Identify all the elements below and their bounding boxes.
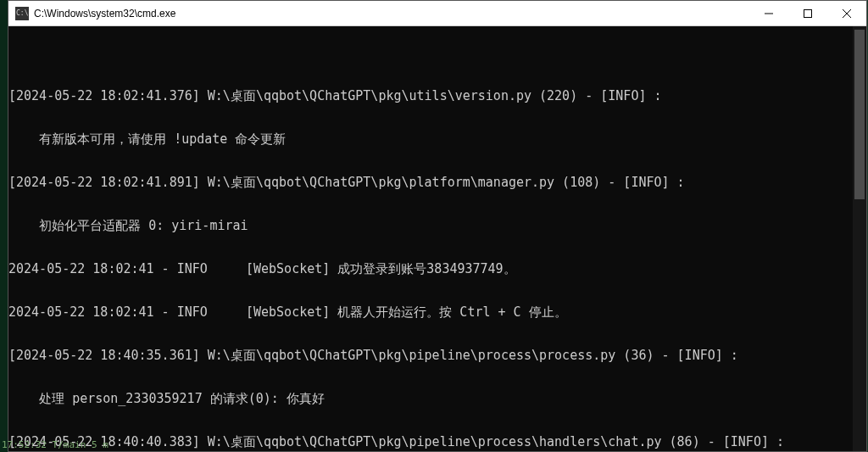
minimize-button[interactable] bbox=[749, 1, 788, 25]
terminal-line: 处理 person_2330359217 的请求(0): 你真好 bbox=[8, 392, 866, 406]
terminal-line: 2024-05-22 18:02:41 - INFO [WebSocket] 机… bbox=[8, 305, 866, 320]
close-icon bbox=[843, 9, 851, 18]
window-title: C:\Windows\system32\cmd.exe bbox=[34, 8, 749, 20]
terminal-line: [2024-05-22 18:40:35.361] W:\桌面\qqbot\QC… bbox=[8, 349, 866, 363]
desktop-bottom-hint: 17:52:32 T/main 5 m bbox=[0, 438, 868, 452]
terminal-line: 初始化平台适配器 0: yiri-mirai bbox=[8, 219, 866, 233]
maximize-icon bbox=[804, 9, 812, 18]
svg-rect-1 bbox=[804, 9, 812, 17]
minimize-icon bbox=[765, 9, 773, 18]
terminal-line: [2024-05-22 18:02:41.891] W:\桌面\qqbot\QC… bbox=[8, 176, 866, 190]
scrollbar-thumb[interactable] bbox=[854, 30, 865, 199]
terminal-output[interactable]: [2024-05-22 18:02:41.376] W:\桌面\qqbot\QC… bbox=[8, 26, 866, 451]
window-controls bbox=[749, 1, 866, 25]
close-button[interactable] bbox=[827, 1, 866, 25]
terminal-lines: [2024-05-22 18:02:41.376] W:\桌面\qqbot\QC… bbox=[8, 60, 866, 451]
terminal-line: [2024-05-22 18:02:41.376] W:\桌面\qqbot\QC… bbox=[8, 89, 866, 103]
maximize-button[interactable] bbox=[788, 1, 827, 25]
terminal-line: 有新版本可用，请使用 !update 命令更新 bbox=[8, 132, 866, 147]
terminal-line: 2024-05-22 18:02:41 - INFO [WebSocket] 成… bbox=[8, 262, 866, 276]
cmd-app-icon bbox=[15, 7, 29, 20]
window-titlebar[interactable]: C:\Windows\system32\cmd.exe bbox=[8, 1, 866, 26]
terminal-scrollbar[interactable] bbox=[853, 26, 866, 451]
desktop-background-strip bbox=[0, 0, 8, 452]
cmd-window: C:\Windows\system32\cmd.exe [2024-05-22 … bbox=[8, 0, 867, 452]
